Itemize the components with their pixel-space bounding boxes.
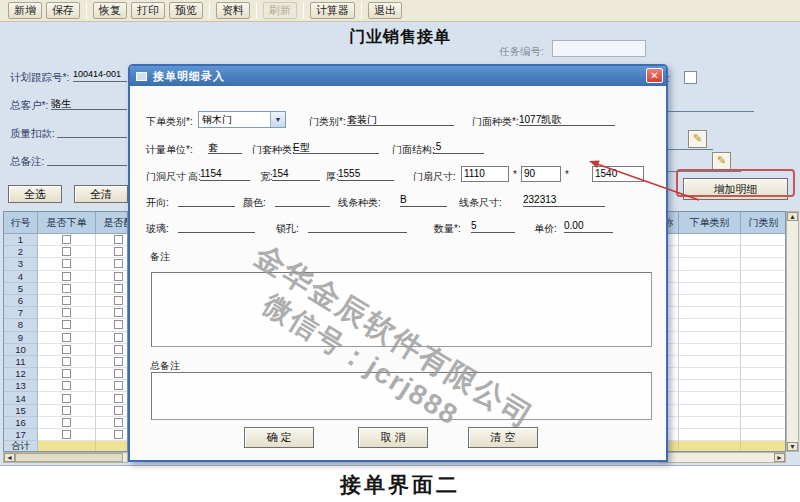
grid-cell[interactable] <box>741 417 786 429</box>
leaf-height-input[interactable]: 1540 <box>592 166 644 182</box>
frame-type-input[interactable]: E型 <box>293 141 379 154</box>
grid-cell[interactable] <box>741 429 786 441</box>
grid-cell[interactable] <box>96 356 128 368</box>
grid-cell[interactable] <box>38 271 96 283</box>
row-checkbox[interactable] <box>62 235 71 244</box>
grid-cell[interactable] <box>679 246 741 258</box>
row-checkbox[interactable] <box>62 357 71 366</box>
grid-cell[interactable] <box>38 392 96 404</box>
grid-cell[interactable] <box>679 356 741 368</box>
column-header[interactable]: 下单类别 <box>679 212 741 234</box>
task-number-input[interactable] <box>552 40 646 57</box>
grid-cell[interactable] <box>741 356 786 368</box>
row-checkbox[interactable] <box>114 333 123 342</box>
grid-cell[interactable] <box>679 319 741 331</box>
row-checkbox[interactable] <box>62 345 71 354</box>
grid-cell[interactable] <box>96 344 128 356</box>
row-checkbox[interactable] <box>62 320 71 329</box>
row-checkbox[interactable] <box>62 430 71 439</box>
horizontal-scrollbar-left[interactable]: ◄ <box>3 452 128 463</box>
grid-cell[interactable] <box>96 283 128 295</box>
clear-all-button[interactable]: 全清 <box>74 185 128 203</box>
row-checkbox[interactable] <box>114 272 123 281</box>
grid-cell[interactable] <box>741 234 786 246</box>
select-all-button[interactable]: 全选 <box>8 185 62 203</box>
row-checkbox[interactable] <box>114 381 123 390</box>
edit-button[interactable]: ✎ <box>712 152 731 170</box>
column-header[interactable]: 是否配 <box>96 212 128 234</box>
grid-cell[interactable] <box>741 258 786 270</box>
row-checkbox[interactable] <box>114 394 123 403</box>
grid-cell[interactable] <box>96 392 128 404</box>
hole-thick-input[interactable]: 1555 <box>338 168 394 181</box>
grid-cell[interactable] <box>679 332 741 344</box>
scroll-right-icon[interactable]: ► <box>774 453 785 462</box>
row-checkbox[interactable] <box>62 333 71 342</box>
grid-cell[interactable] <box>38 234 96 246</box>
face-structure-input[interactable]: .5 <box>433 141 484 154</box>
row-checkbox[interactable] <box>114 406 123 415</box>
row-checkbox[interactable] <box>62 394 71 403</box>
grid-cell[interactable] <box>741 295 786 307</box>
line-size-input[interactable]: 232313 <box>523 194 605 207</box>
edit-button[interactable]: ✎ <box>688 130 707 148</box>
row-checkbox[interactable] <box>62 406 71 415</box>
grid-cell[interactable] <box>679 380 741 392</box>
grid-cell[interactable] <box>38 307 96 319</box>
grid-cell[interactable] <box>741 392 786 404</box>
lock-input[interactable] <box>308 220 407 233</box>
grid-cell[interactable] <box>38 246 96 258</box>
row-checkbox[interactable] <box>114 259 123 268</box>
grid-cell[interactable] <box>96 295 128 307</box>
grid-cell[interactable] <box>741 380 786 392</box>
toolbar-button-4-0[interactable]: 计算器 <box>310 2 355 19</box>
grid-cell[interactable] <box>38 344 96 356</box>
grid-cell[interactable] <box>38 405 96 417</box>
line-type-input[interactable]: B <box>400 194 447 207</box>
quantity-input[interactable]: 5 <box>471 220 515 233</box>
grid-cell[interactable] <box>741 319 786 331</box>
grid-cell[interactable] <box>96 246 128 258</box>
ok-button[interactable]: 确 定 <box>244 427 314 448</box>
grid-cell[interactable] <box>38 295 96 307</box>
row-checkbox[interactable] <box>62 284 71 293</box>
scroll-left-icon[interactable]: ◄ <box>4 453 15 462</box>
clear-button[interactable]: 清 空 <box>468 427 538 448</box>
grid-cell[interactable] <box>38 283 96 295</box>
grid-cell[interactable] <box>38 429 96 441</box>
grid-cell[interactable] <box>38 319 96 331</box>
hole-width-input[interactable]: 154 <box>272 168 320 181</box>
grid-cell[interactable] <box>679 405 741 417</box>
cancel-button[interactable]: 取 消 <box>358 427 428 448</box>
grid-cell[interactable] <box>741 332 786 344</box>
grid-cell[interactable] <box>96 307 128 319</box>
grid-cell[interactable] <box>679 368 741 380</box>
toolbar-button-1-0[interactable]: 恢复 <box>93 2 127 19</box>
grid-cell[interactable] <box>679 307 741 319</box>
grid-cell[interactable] <box>96 380 128 392</box>
grid-cell[interactable] <box>741 405 786 417</box>
row-checkbox[interactable] <box>114 247 123 256</box>
grid-cell[interactable] <box>741 271 786 283</box>
grid-cell[interactable] <box>741 246 786 258</box>
row-checkbox[interactable] <box>62 259 71 268</box>
row-checkbox[interactable] <box>114 284 123 293</box>
glass-input[interactable] <box>178 220 255 233</box>
row-checkbox[interactable] <box>114 235 123 244</box>
quality-deduction-input[interactable] <box>57 125 127 138</box>
grid-cell[interactable] <box>679 271 741 283</box>
grid-cell[interactable] <box>96 332 128 344</box>
scrollbar-thumb[interactable] <box>15 453 123 462</box>
grid-cell[interactable] <box>38 332 96 344</box>
grid-cell[interactable] <box>96 417 128 429</box>
grid-cell[interactable] <box>679 283 741 295</box>
leaf-width-input[interactable]: 1110 <box>461 166 509 182</box>
door-category-input[interactable]: 套装门 <box>347 113 454 126</box>
row-checkbox[interactable] <box>114 418 123 427</box>
row-checkbox[interactable] <box>62 418 71 427</box>
grid-cell[interactable] <box>96 234 128 246</box>
grid-cell[interactable] <box>679 344 741 356</box>
order-category-select[interactable]: 钢木门 ▼ <box>198 111 286 128</box>
grid-cell[interactable] <box>741 368 786 380</box>
right-checkbox[interactable] <box>684 71 697 84</box>
